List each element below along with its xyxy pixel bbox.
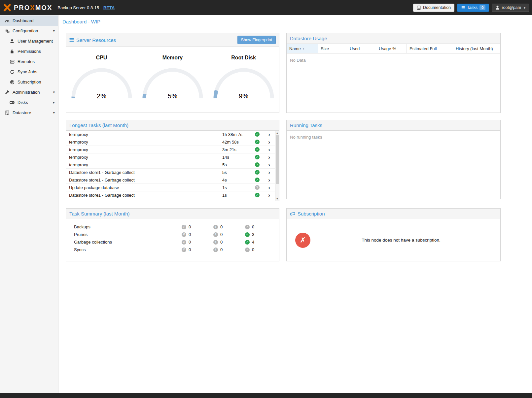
dashboard-icon (4, 18, 10, 23)
main-area: Dashboard - WIP Server Resources Show Fi… (58, 15, 532, 393)
task-summary-row-prunes[interactable]: Prunes✗0!0✓3 (66, 231, 279, 238)
sidebar-item-permissions[interactable]: Permissions (0, 46, 58, 56)
column-header-name[interactable]: Name↑ (287, 44, 318, 53)
open-task-icon[interactable]: › (263, 154, 275, 160)
sidebar-item-configuration[interactable]: Configuration ▾ (0, 26, 58, 36)
server-resources-header: Server Resources Show Fingerprint (66, 33, 279, 47)
warning-cell: !0 (213, 232, 245, 237)
column-header-used[interactable]: Used (347, 44, 376, 53)
documentation-button[interactable]: Documentation (413, 4, 454, 12)
open-task-icon[interactable]: › (263, 177, 275, 183)
column-header-history-last-month[interactable]: History (last Month) (453, 44, 500, 53)
task-row[interactable]: Datastore store1 - Garbage collect4s✓› (66, 176, 275, 184)
task-name: Datastore store1 - Garbage collect (69, 170, 222, 175)
tasks-count-badge: 0 (479, 5, 485, 10)
running-tasks-panel: Running Tasks No running tasks (286, 120, 501, 199)
gauge-label-memory: Memory (140, 55, 206, 61)
error-cell: ✗0 (182, 240, 213, 245)
scrollbar-thumb[interactable] (276, 135, 279, 184)
scrollbar[interactable]: ▲ ▼ (275, 131, 279, 201)
task-name: Datastore store1 - Garbage collect (69, 178, 222, 182)
task-row[interactable]: termproxy1h 38m 7s✓› (66, 131, 275, 138)
beta-link[interactable]: BETA (103, 5, 115, 10)
task-row[interactable]: Datastore store1 - Garbage collect5s✓› (66, 169, 275, 176)
task-duration: 4s (222, 178, 251, 182)
task-row[interactable]: termproxy5s✓› (66, 161, 275, 169)
column-label: Size (321, 46, 329, 51)
chevron-down-icon[interactable]: ▾ (53, 90, 55, 94)
open-task-icon[interactable]: › (263, 162, 275, 168)
column-header-usage[interactable]: Usage % (376, 44, 407, 53)
chevron-right-icon[interactable]: ▸ (53, 100, 55, 105)
scroll-up-icon[interactable]: ▲ (275, 131, 279, 135)
sidebar-item-remotes[interactable]: Remotes (0, 56, 58, 67)
status-ok-icon: ✓ (255, 132, 260, 137)
panel-title: Task Summary (last Month) (69, 211, 130, 216)
ok-cell: ✓0 (245, 247, 277, 252)
open-task-icon[interactable]: › (263, 139, 275, 145)
chevron-down-icon[interactable]: ▾ (53, 29, 55, 33)
show-fingerprint-button[interactable]: Show Fingerprint (237, 36, 276, 44)
task-row[interactable]: Datastore store1 - Garbage collect1s✓› (66, 191, 275, 199)
sidebar-item-user-management[interactable]: User Management (0, 36, 58, 46)
error-count: 0 (189, 224, 191, 229)
gauge-value-cpu: 2% (70, 92, 133, 100)
tasks-button[interactable]: Tasks 0 (457, 4, 489, 12)
task-duration: 1h 38m 7s (222, 132, 251, 137)
sidebar-item-administration[interactable]: Administration ▾ (0, 87, 58, 97)
ok-count: 4 (252, 240, 254, 245)
no-subscription-icon: ✗ (295, 233, 310, 248)
sidebar-item-datastore[interactable]: Datastore ▾ (0, 108, 58, 118)
chevron-down-icon: ▾ (524, 6, 525, 10)
longest-tasks-header: Longest Tasks (last Month) (66, 120, 279, 131)
column-header-size[interactable]: Size (318, 44, 347, 53)
task-summary-row-garbage-collections[interactable]: Garbage collections✗0!0✓4 (66, 238, 279, 246)
status-ok-icon: ✓ (255, 193, 260, 197)
open-task-icon[interactable]: › (263, 147, 275, 152)
panel-title: Server Resources (76, 37, 116, 43)
wrench-icon (4, 90, 10, 95)
longest-tasks-body: termproxy1h 38m 7s✓›termproxy42m 58s✓›te… (66, 131, 279, 201)
error-circle-icon: ✗ (182, 225, 186, 229)
hdd-icon (9, 100, 15, 105)
sidebar-item-disks[interactable]: Disks ▸ (0, 97, 58, 108)
gauges-container: CPU2%Memory5%Root Disk9% (66, 47, 279, 113)
task-row[interactable]: Update package database1s?› (66, 184, 275, 191)
gauge-memory: Memory5% (140, 55, 206, 113)
open-task-icon[interactable]: › (263, 170, 275, 175)
summary-label: Garbage collections (74, 240, 182, 245)
error-circle-icon: ✗ (182, 240, 186, 245)
open-task-icon[interactable]: › (263, 192, 275, 198)
task-name: Update package database (69, 185, 222, 190)
user-menu-button[interactable]: root@pam ▾ (492, 4, 529, 12)
open-task-icon[interactable]: › (263, 185, 275, 190)
no-running-tasks-text: No running tasks (287, 131, 500, 144)
task-duration: 42m 58s (222, 140, 251, 145)
task-row[interactable]: termproxy3m 21s✓› (66, 146, 275, 153)
chevron-down-icon[interactable]: ▾ (53, 111, 55, 115)
summary-label: Syncs (74, 247, 182, 252)
task-summary-row-syncs[interactable]: Syncs✗0!0✓0 (66, 246, 279, 253)
warning-count: 0 (220, 247, 223, 252)
logo-text: PROXMOX (14, 4, 52, 12)
task-summary-row-backups[interactable]: Backups✗0!0✓0 (66, 223, 279, 231)
sort-ascending-icon: ↑ (302, 47, 304, 50)
warning-circle-icon: ! (213, 240, 218, 245)
column-label: Name (289, 46, 301, 51)
ok-circle-icon: ✓ (245, 240, 250, 245)
no-data-text: No Data (287, 53, 500, 67)
error-circle-icon: ✗ (182, 232, 186, 237)
open-task-icon[interactable]: › (263, 132, 275, 137)
sidebar-item-sync-jobs[interactable]: Sync Jobs (0, 67, 58, 77)
status-ok-icon: ✓ (255, 162, 260, 167)
status-unknown-icon: ? (255, 185, 260, 190)
sidebar-item-dashboard[interactable]: Dashboard (0, 16, 58, 26)
task-row[interactable]: termproxy42m 58s✓› (66, 138, 275, 146)
subscription-panel: Subscription ✗ This node does not have a… (286, 208, 501, 261)
column-header-estimated-full[interactable]: Estimated Full (407, 44, 453, 53)
sidebar-item-subscription[interactable]: Subscription (0, 77, 58, 87)
scroll-down-icon[interactable]: ▼ (275, 197, 279, 201)
sidebar-item-label: Disks (18, 100, 28, 105)
sidebar-item-label: Configuration (13, 28, 38, 33)
task-row[interactable]: termproxy14s✓› (66, 153, 275, 161)
